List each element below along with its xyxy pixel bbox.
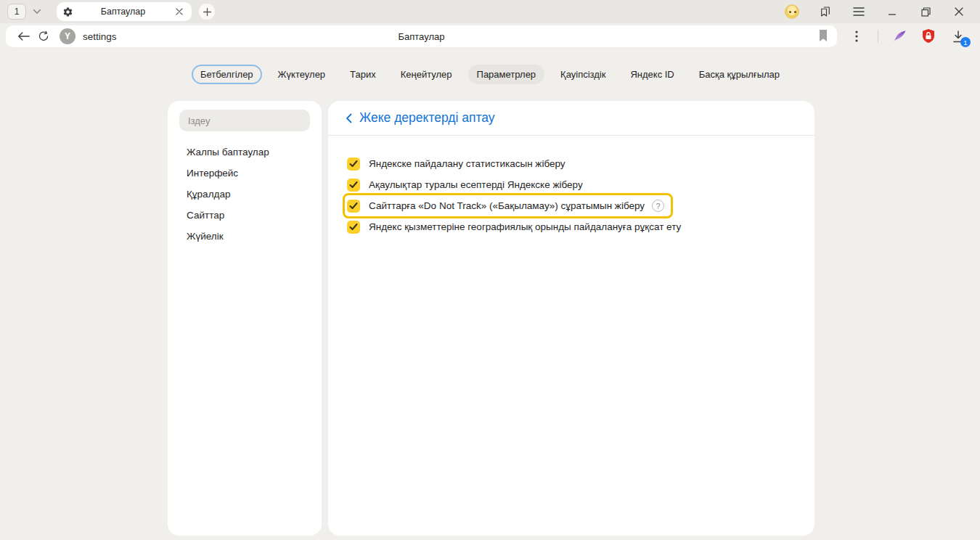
tab-extensions[interactable]: Кеңейтулер [392, 65, 461, 84]
toolbar-right-controls: 1 [837, 28, 974, 45]
checkbox-checked[interactable] [347, 158, 360, 171]
search-input[interactable] [179, 110, 310, 131]
option-row-do-not-track[interactable]: Сайттарға «Do Not Track» («Бақыламау») с… [343, 193, 673, 218]
option-label: Яндекске пайдалану статистикасын жіберу [369, 158, 565, 169]
address-bar[interactable]: Y settings Баптаулар [6, 25, 837, 47]
restore-button[interactable] [918, 4, 934, 20]
reload-button[interactable] [33, 27, 54, 46]
checkbox-checked[interactable] [347, 200, 360, 213]
restore-icon [921, 7, 931, 17]
browser-window: 1 Баптаулар [0, 0, 980, 540]
tab-security[interactable]: Қауіпсіздік [552, 65, 614, 84]
tabbar-right-controls [784, 4, 973, 20]
url-text[interactable]: settings [83, 31, 117, 42]
reload-icon [38, 30, 49, 42]
toolbar-separator [878, 30, 878, 43]
tab-yandex-id[interactable]: Яндекс ID [621, 65, 682, 84]
sidebar-item-tools[interactable]: Құралдар [168, 184, 322, 205]
menu-button[interactable] [851, 4, 867, 20]
site-icon[interactable]: Y [60, 28, 75, 44]
privacy-options-list: Яндекске пайдалану статистикасын жіберу … [328, 136, 814, 237]
bookmark-flag-icon [818, 29, 828, 42]
collections-button[interactable] [817, 4, 833, 20]
chevron-left-icon [346, 113, 352, 123]
settings-nav-tabs: Бетбелгілер Жүктеулер Тарих Кеңейтулер П… [0, 49, 980, 84]
tab-history[interactable]: Тарих [341, 65, 385, 84]
page-title: Баптаулар [6, 31, 837, 42]
downloads-badge: 1 [960, 37, 971, 47]
close-window-button[interactable] [951, 4, 967, 20]
tab-close-button[interactable] [173, 5, 186, 18]
gear-icon [62, 7, 73, 17]
checkmark-icon [349, 224, 358, 231]
sidebar-item-sites[interactable]: Сайттар [168, 205, 322, 226]
adblock-shield-button[interactable] [920, 28, 936, 44]
bookmark-button[interactable] [818, 29, 828, 42]
profile-avatar[interactable] [784, 4, 800, 20]
toolbar: Y settings Баптаулар 1 [0, 23, 980, 49]
collections-icon [819, 5, 832, 18]
new-tab-button[interactable] [199, 4, 215, 20]
settings-main-panel: Жеке деректерді аптау Яндекске пайдалану… [328, 101, 814, 536]
help-icon[interactable]: ? [652, 200, 664, 212]
section-heading: Жеке деректерді аптау [359, 110, 495, 126]
tab-title: Баптаулар [73, 7, 173, 17]
tab-counter-button[interactable]: 1 [7, 4, 26, 20]
omnibox-more-button[interactable] [849, 28, 865, 44]
checkmark-icon [349, 160, 358, 168]
tab-other-devices[interactable]: Басқа құрылғылар [690, 65, 788, 84]
tab-settings[interactable]: Параметрлер [468, 65, 545, 84]
checkmark-icon [349, 181, 358, 189]
back-arrow-icon [17, 31, 30, 41]
checkmark-icon [349, 202, 358, 210]
chevron-down-icon [33, 9, 41, 15]
option-row-crash-reports[interactable]: Ақаулықтар туралы есептерді Яндекске жіб… [328, 174, 814, 195]
plus-icon [203, 8, 211, 16]
back-button[interactable] [13, 27, 33, 46]
option-row-geolocation[interactable]: Яндекс қызметтеріне географиялық орынды … [328, 216, 814, 237]
section-back-header[interactable]: Жеке деректерді аптау [328, 101, 814, 136]
minimize-icon [888, 7, 897, 16]
sidebar-menu: Жалпы баптаулар Интерфейс Құралдар Сайтт… [168, 142, 322, 247]
feather-icon [891, 28, 907, 44]
downloads-button[interactable]: 1 [950, 28, 967, 45]
tab-list-chevron-button[interactable] [28, 4, 46, 20]
option-label: Яндекс қызметтеріне географиялық орынды … [369, 221, 681, 232]
option-label: Сайттарға «Do Not Track» («Бақыламау») с… [369, 200, 645, 211]
option-row-usage-stats[interactable]: Яндекске пайдалану статистикасын жіберу [328, 153, 814, 174]
extension-feather-button[interactable] [891, 28, 907, 44]
tab-bookmarks[interactable]: Бетбелгілер [192, 65, 262, 84]
avatar-image [785, 4, 799, 19]
tab-bar: 1 Баптаулар [0, 0, 980, 23]
settings-page: Бетбелгілер Жүктеулер Тарих Кеңейтулер П… [0, 49, 980, 540]
checkbox-checked[interactable] [347, 221, 360, 234]
tab-settings[interactable]: Баптаулар [57, 2, 192, 21]
sidebar-item-system[interactable]: Жүйелік [168, 226, 322, 247]
shield-lock-icon [921, 28, 936, 44]
option-label: Ақаулықтар туралы есептерді Яндекске жіб… [369, 179, 583, 190]
close-icon [955, 7, 963, 16]
checkbox-checked[interactable] [347, 179, 360, 192]
kebab-dots-icon [855, 30, 858, 42]
minimize-button[interactable] [884, 4, 900, 20]
site-icon-letter: Y [65, 31, 70, 41]
sidebar-item-interface[interactable]: Интерфейс [168, 163, 322, 184]
hamburger-icon [853, 7, 865, 16]
tab-downloads[interactable]: Жүктеулер [269, 65, 335, 84]
sidebar-item-general[interactable]: Жалпы баптаулар [168, 142, 322, 163]
settings-sidebar: Жалпы баптаулар Интерфейс Құралдар Сайтт… [168, 101, 322, 536]
